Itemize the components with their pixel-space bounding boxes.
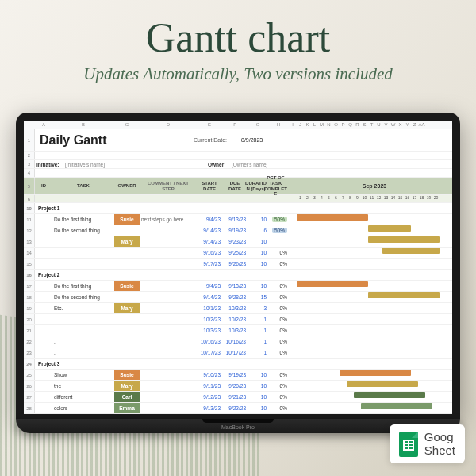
column-letter[interactable]: F	[222, 122, 248, 127]
cell-due-date[interactable]: 9/19/23	[222, 370, 248, 380]
gantt-bar[interactable]	[368, 236, 440, 243]
cell-start-date[interactable]: 9/12/23	[197, 392, 222, 402]
cell-pct[interactable]: 0%	[268, 325, 289, 336]
cell-comment[interactable]	[140, 325, 197, 336]
cell-owner[interactable]	[114, 347, 140, 358]
task-row[interactable]: 21 .. 10/3/23 10/3/23 1 0%	[24, 325, 452, 336]
cell-owner[interactable]: Susie	[114, 281, 140, 291]
cell-due-date[interactable]: 9/13/23	[222, 214, 248, 225]
cell-owner[interactable]	[114, 225, 140, 236]
cell-pct[interactable]: 0%	[268, 303, 289, 313]
column-letter[interactable]: C	[114, 122, 140, 127]
header-task[interactable]: TASK	[52, 178, 114, 194]
column-letter[interactable]: T	[368, 122, 375, 127]
column-letter[interactable]: I	[289, 122, 297, 127]
column-letter[interactable]: B	[52, 122, 114, 127]
cell-due-date[interactable]: 9/20/23	[222, 381, 248, 391]
task-row[interactable]: 18 Do the second thing 9/14/23 9/28/23 1…	[24, 292, 452, 303]
cell-pct[interactable]: 0%	[268, 259, 289, 269]
cell-due-date[interactable]: 10/17/23	[222, 347, 248, 358]
column-letter[interactable]: L	[311, 122, 318, 127]
cell-due-date[interactable]: 9/22/23	[222, 403, 248, 413]
cell-pct[interactable]: 0%	[268, 336, 289, 347]
cell-due-date[interactable]: 9/21/23	[222, 392, 248, 402]
cell-start-date[interactable]: 10/17/23	[197, 347, 222, 358]
cell-pct[interactable]: 0%	[268, 248, 289, 258]
column-letter[interactable]: X	[397, 122, 404, 127]
gantt-bar[interactable]	[368, 225, 411, 232]
current-date-value[interactable]: 8/9/2023	[241, 129, 263, 151]
cell-start-date[interactable]: 10/16/23	[197, 336, 222, 347]
cell-task[interactable]: Do the first thing	[52, 281, 114, 291]
task-row[interactable]: 22 .. 10/16/23 10/16/23 1 0%	[24, 336, 452, 347]
task-row[interactable]: 28 colors Emma 9/13/23 9/22/23 10 0%	[24, 403, 452, 414]
task-row[interactable]: 26 the Mary 9/11/23 9/20/23 10 0%	[24, 381, 452, 392]
column-letter[interactable]: M	[318, 122, 325, 127]
cell-due-date[interactable]: 10/3/23	[222, 325, 248, 336]
cell-start-date[interactable]: 9/14/23	[197, 225, 222, 236]
cell-owner[interactable]	[114, 314, 140, 324]
cell-color-code[interactable]	[289, 314, 297, 324]
cell-comment[interactable]: next steps go here	[140, 214, 197, 225]
column-letter[interactable]: Z	[411, 122, 418, 127]
cell-due-date[interactable]: 9/26/23	[222, 259, 248, 269]
cell-start-date[interactable]: 9/13/23	[197, 403, 222, 413]
cell-color-code[interactable]	[289, 214, 297, 225]
cell-id[interactable]	[35, 381, 52, 391]
cell-duration[interactable]: 1	[248, 314, 268, 324]
initiative-value[interactable]: [Initiative's name]	[63, 160, 159, 168]
cell-owner[interactable]: Susie	[114, 370, 140, 380]
cell-comment[interactable]	[140, 336, 197, 347]
cell-pct[interactable]: 0%	[268, 292, 289, 302]
cell-id[interactable]	[35, 292, 52, 302]
cell-comment[interactable]	[140, 403, 197, 413]
gantt-bar[interactable]	[340, 370, 411, 376]
cell-id[interactable]	[35, 214, 52, 225]
cell-id[interactable]	[35, 259, 52, 269]
cell-duration[interactable]: 10	[248, 381, 268, 391]
cell-comment[interactable]	[140, 370, 197, 380]
task-row[interactable]: 25 Show Susie 9/10/23 9/19/23 10 0%	[24, 370, 452, 381]
cell-comment[interactable]	[140, 248, 197, 258]
cell-owner[interactable]	[114, 248, 140, 258]
column-letter[interactable]: K	[304, 122, 311, 127]
header-comment[interactable]: COMMENT / NEXT STEP	[140, 178, 197, 194]
cell-color-code[interactable]	[289, 259, 297, 269]
column-letter[interactable]: V	[382, 122, 390, 127]
owner-value[interactable]: [Owner's name]	[230, 160, 294, 168]
cell-start-date[interactable]: 10/2/23	[197, 314, 222, 324]
cell-task[interactable]: Etc.	[52, 303, 114, 313]
cell-id[interactable]	[35, 370, 52, 380]
cell-start-date[interactable]: 9/16/23	[197, 248, 222, 258]
cell-pct[interactable]	[268, 236, 289, 247]
cell-duration[interactable]: 10	[248, 236, 268, 247]
cell-due-date[interactable]: 9/28/23	[222, 292, 248, 302]
cell-comment[interactable]	[140, 314, 197, 324]
column-letter[interactable]: Q	[347, 122, 354, 127]
gantt-bar[interactable]	[361, 403, 432, 409]
cell-start-date[interactable]: 9/14/23	[197, 236, 222, 247]
cell-due-date[interactable]: 9/19/23	[222, 225, 248, 236]
gantt-bar[interactable]	[382, 248, 440, 254]
column-letter[interactable]: Y	[404, 122, 411, 127]
cell-pct[interactable]: 0%	[268, 314, 289, 324]
task-row[interactable]: 13 Mary 9/14/23 9/23/23 10	[24, 236, 452, 248]
cell-task[interactable]: Show	[52, 370, 114, 380]
header-code[interactable]	[289, 178, 297, 194]
cell-id[interactable]	[35, 403, 52, 413]
cell-id[interactable]	[35, 325, 52, 336]
cell-color-code[interactable]	[289, 370, 297, 380]
gantt-bar[interactable]	[354, 392, 425, 398]
project-header-row[interactable]: 10Project 1	[24, 203, 452, 214]
cell-comment[interactable]	[140, 225, 197, 236]
cell-id[interactable]	[35, 225, 52, 236]
cell-id[interactable]	[35, 248, 52, 258]
cell-task[interactable]: ..	[52, 336, 114, 347]
cell-duration[interactable]: 10	[248, 259, 268, 269]
cell-due-date[interactable]: 10/2/23	[222, 314, 248, 324]
cell-due-date[interactable]: 10/3/23	[222, 303, 248, 313]
cell-color-code[interactable]	[289, 325, 297, 336]
cell-start-date[interactable]: 9/17/23	[197, 259, 222, 269]
task-row[interactable]: 17 Do the first thing Susie 9/4/23 9/13/…	[24, 281, 452, 292]
task-row[interactable]: 19 Etc. Mary 10/1/23 10/3/23 3 0%	[24, 303, 452, 314]
